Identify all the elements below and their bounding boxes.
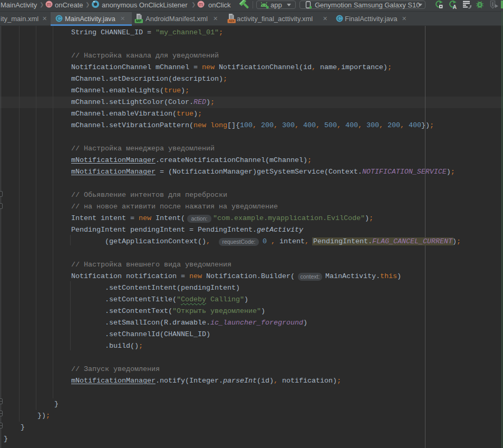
svg-text:C: C [337, 15, 342, 22]
svg-text:m: m [47, 2, 51, 7]
svg-text:C: C [57, 15, 61, 22]
svg-text:A: A [452, 4, 457, 9]
svg-text:</>: </> [229, 19, 234, 23]
svg-text:m: m [199, 2, 203, 7]
svg-text:MF: MF [136, 18, 142, 23]
